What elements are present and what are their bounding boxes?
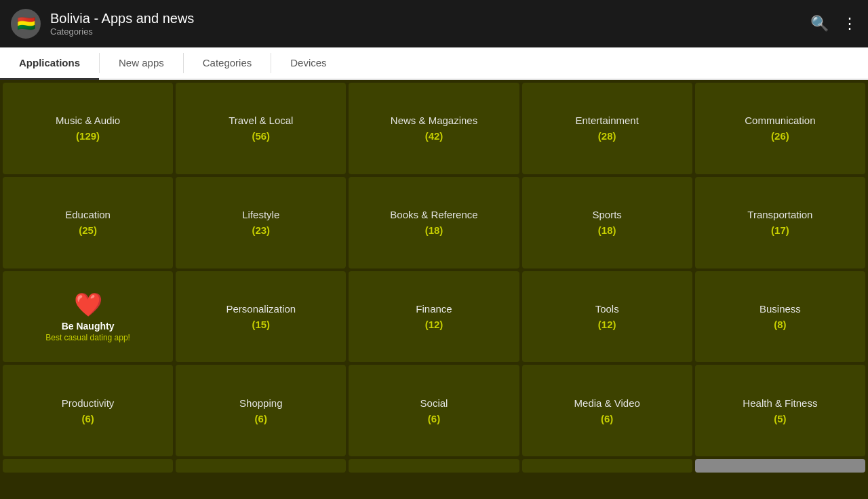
categories-grid: Music & Audio (129) Travel & Local (56) … (0, 80, 868, 499)
category-name: Productivity (62, 397, 115, 409)
category-tools[interactable]: Tools (12) (522, 271, 692, 363)
tab-categories[interactable]: Categories (184, 47, 271, 80)
category-name: Travel & Local (229, 115, 293, 126)
category-count: (17) (771, 224, 789, 236)
header-left: 🇧🇴 Bolivia - Apps and news Categories (11, 9, 194, 39)
ad-be-naughty[interactable]: ❤️ Be Naughty Best casual dating app! (3, 271, 173, 363)
header: 🇧🇴 Bolivia - Apps and news Categories 🔍 … (0, 0, 868, 47)
category-health-fitness[interactable]: Health & Fitness (5) (695, 365, 865, 456)
search-icon[interactable]: 🔍 (810, 15, 829, 33)
category-count: (5) (774, 413, 786, 424)
category-name: Tools (595, 303, 619, 315)
category-shopping[interactable]: Shopping (6) (176, 365, 346, 456)
tab-new-apps[interactable]: New apps (100, 47, 183, 80)
category-count: (12) (598, 319, 616, 330)
ad-description: Best casual dating app! (45, 333, 130, 342)
ad-title: Be Naughty (62, 321, 115, 332)
category-name: Personalization (226, 303, 296, 315)
ad-heart-icon: ❤️ (74, 291, 102, 318)
category-partial-1[interactable] (3, 459, 173, 473)
category-name: Finance (416, 303, 452, 315)
category-finance[interactable]: Finance (12) (349, 271, 519, 363)
category-personalization[interactable]: Personalization (15) (176, 271, 346, 363)
category-entertainment[interactable]: Entertainment (28) (522, 83, 692, 174)
category-education[interactable]: Education (25) (3, 177, 173, 268)
category-name: Media & Video (574, 397, 640, 409)
category-name: Transportation (747, 209, 812, 220)
category-count: (18) (598, 224, 616, 236)
category-count: (6) (81, 413, 94, 424)
category-business[interactable]: Business (8) (695, 271, 865, 363)
category-partial-5[interactable] (695, 459, 865, 473)
category-news-magazines[interactable]: News & Magazines (42) (349, 83, 519, 174)
category-social[interactable]: Social (6) (349, 365, 519, 456)
category-count: (15) (252, 319, 270, 330)
category-name: Social (420, 397, 448, 409)
category-count: (6) (428, 413, 440, 424)
category-count: (56) (252, 130, 270, 142)
category-count: (18) (425, 224, 443, 236)
category-books-reference[interactable]: Books & Reference (18) (349, 177, 519, 268)
category-communication[interactable]: Communication (26) (695, 83, 865, 174)
category-count: (23) (252, 224, 270, 236)
category-name: News & Magazines (391, 115, 477, 126)
category-lifestyle[interactable]: Lifestyle (23) (176, 177, 346, 268)
category-count: (6) (255, 413, 267, 424)
category-name: Entertainment (576, 115, 639, 126)
category-count: (6) (601, 413, 613, 424)
category-partial-2[interactable] (176, 459, 346, 473)
category-partial-3[interactable] (349, 459, 519, 473)
category-name: Shopping (239, 397, 282, 409)
nav-bar: Applications New apps Categories Devices (0, 47, 868, 80)
category-name: Music & Audio (56, 115, 120, 126)
category-name: Sports (593, 209, 622, 220)
category-count: (12) (425, 319, 443, 330)
app-subtitle: Categories (50, 26, 194, 37)
category-count: (28) (598, 130, 616, 142)
category-media-video[interactable]: Media & Video (6) (522, 365, 692, 456)
category-count: (26) (771, 130, 789, 142)
category-travel-local[interactable]: Travel & Local (56) (176, 83, 346, 174)
logo-icon: 🇧🇴 (11, 9, 41, 39)
category-name: Communication (745, 115, 815, 126)
header-right: 🔍 ⋮ (810, 15, 857, 33)
category-name: Health & Fitness (743, 397, 817, 409)
category-transportation[interactable]: Transportation (17) (695, 177, 865, 268)
category-name: Education (65, 209, 111, 220)
category-sports[interactable]: Sports (18) (522, 177, 692, 268)
category-productivity[interactable]: Productivity (6) (3, 365, 173, 456)
app-title: Bolivia - Apps and news (50, 11, 194, 26)
category-count: (25) (79, 224, 97, 236)
category-count: (42) (425, 130, 443, 142)
category-partial-4[interactable] (522, 459, 692, 473)
category-name: Business (760, 303, 801, 315)
menu-icon[interactable]: ⋮ (842, 15, 857, 33)
category-music-audio[interactable]: Music & Audio (129) (3, 83, 173, 174)
category-count: (8) (774, 319, 786, 330)
category-count: (129) (76, 130, 100, 142)
tab-applications[interactable]: Applications (0, 47, 99, 80)
category-name: Books & Reference (390, 209, 477, 220)
header-titles: Bolivia - Apps and news Categories (50, 11, 194, 37)
category-name: Lifestyle (242, 209, 279, 220)
tab-devices[interactable]: Devices (271, 47, 345, 80)
